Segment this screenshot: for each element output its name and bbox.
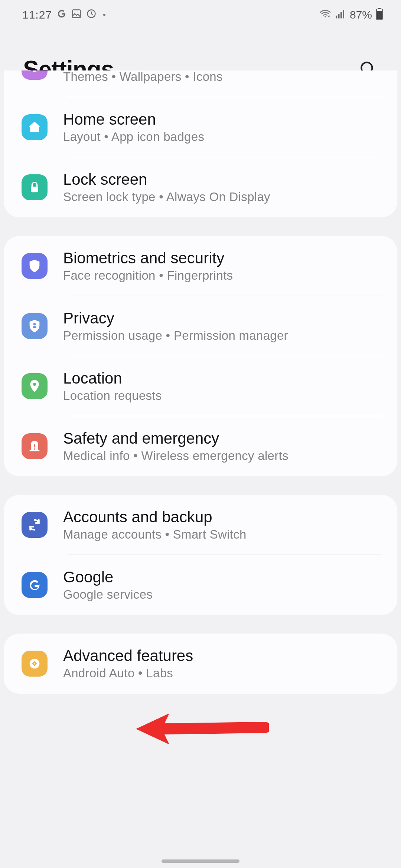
svg-point-2 xyxy=(325,16,326,17)
settings-item-title: Location xyxy=(63,369,386,387)
settings-item-title: Advanced features xyxy=(63,647,386,665)
settings-item-advanced-features[interactable]: Advanced features Android Auto • Labs xyxy=(4,634,397,694)
settings-item-home-screen[interactable]: Home screen Layout • App icon badges xyxy=(4,97,397,157)
notification-dot-icon xyxy=(103,14,105,16)
svg-rect-4 xyxy=(338,14,340,19)
emergency-icon xyxy=(22,433,48,459)
settings-item-privacy[interactable]: Privacy Permission usage • Permission ma… xyxy=(4,296,397,356)
advanced-gear-icon xyxy=(22,651,48,677)
settings-group-advanced: Advanced features Android Auto • Labs xyxy=(4,634,397,694)
settings-item-subtitle: Permission usage • Permission manager xyxy=(63,329,386,343)
svg-rect-9 xyxy=(377,11,382,19)
settings-item-subtitle: Manage accounts • Smart Switch xyxy=(63,527,386,542)
privacy-shield-icon xyxy=(22,313,48,339)
battery-percent: 87% xyxy=(350,9,372,21)
battery-icon xyxy=(376,8,383,22)
svg-rect-5 xyxy=(340,12,342,19)
svg-rect-3 xyxy=(336,16,337,19)
settings-item-title: Google xyxy=(63,568,386,586)
sync-icon xyxy=(22,512,48,538)
wifi-icon xyxy=(319,8,331,22)
status-right: 87% xyxy=(319,8,383,22)
settings-item-title: Lock screen xyxy=(63,171,386,188)
svg-point-20 xyxy=(34,663,35,664)
svg-rect-12 xyxy=(31,187,38,192)
loading-status-icon xyxy=(86,9,97,22)
settings-item-themes[interactable]: Themes Themes • Wallpapers • Icons xyxy=(4,70,397,97)
photo-status-icon xyxy=(71,9,82,22)
settings-item-google[interactable]: Google Google services xyxy=(4,555,397,615)
svg-rect-0 xyxy=(73,10,81,17)
status-left: 11:27 xyxy=(22,9,105,22)
settings-item-location[interactable]: Location Location requests xyxy=(4,356,397,416)
settings-item-subtitle: Themes • Wallpapers • Icons xyxy=(63,70,386,84)
settings-item-subtitle: Screen lock type • Always On Display xyxy=(63,190,386,204)
navigation-handle[interactable] xyxy=(162,859,239,863)
settings-item-subtitle: Layout • App icon badges xyxy=(63,130,386,144)
settings-item-title: Home screen xyxy=(63,111,386,128)
settings-item-biometrics[interactable]: Biometrics and security Face recognition… xyxy=(4,236,397,296)
shield-icon xyxy=(22,253,48,279)
settings-item-subtitle: Face recognition • Fingerprints xyxy=(63,269,386,283)
settings-item-subtitle: Android Auto • Labs xyxy=(63,666,386,680)
google-icon xyxy=(22,572,48,598)
settings-group-display: Themes Themes • Wallpapers • Icons Home … xyxy=(4,70,397,217)
settings-item-safety[interactable]: Safety and emergency Medical info • Wire… xyxy=(4,416,397,476)
settings-item-lock-screen[interactable]: Lock screen Screen lock type • Always On… xyxy=(4,157,397,217)
settings-item-title: Biometrics and security xyxy=(63,249,386,267)
svg-point-14 xyxy=(33,383,36,386)
home-icon xyxy=(22,114,48,140)
settings-item-subtitle: Google services xyxy=(63,588,386,602)
settings-item-title: Privacy xyxy=(63,309,386,327)
svg-rect-6 xyxy=(343,10,344,19)
signal-icon xyxy=(335,8,346,22)
lock-icon xyxy=(22,174,48,200)
svg-point-13 xyxy=(33,323,36,326)
settings-item-title: Accounts and backup xyxy=(63,508,386,526)
themes-icon xyxy=(22,70,48,80)
svg-rect-17 xyxy=(34,448,35,450)
status-bar: 11:27 87% xyxy=(0,0,401,30)
location-pin-icon xyxy=(22,373,48,399)
settings-item-accounts-backup[interactable]: Accounts and backup Manage accounts • Sm… xyxy=(4,495,397,555)
status-time: 11:27 xyxy=(22,9,52,21)
annotation-arrow xyxy=(135,710,269,749)
svg-rect-16 xyxy=(34,444,35,447)
settings-item-title: Safety and emergency xyxy=(63,430,386,447)
settings-group-security: Biometrics and security Face recognition… xyxy=(4,236,397,476)
settings-item-subtitle: Location requests xyxy=(63,389,386,403)
settings-group-accounts: Accounts and backup Manage accounts • Sm… xyxy=(4,495,397,615)
google-status-icon xyxy=(56,9,67,22)
settings-item-subtitle: Medical info • Wireless emergency alerts xyxy=(63,449,386,463)
svg-rect-15 xyxy=(30,450,40,451)
